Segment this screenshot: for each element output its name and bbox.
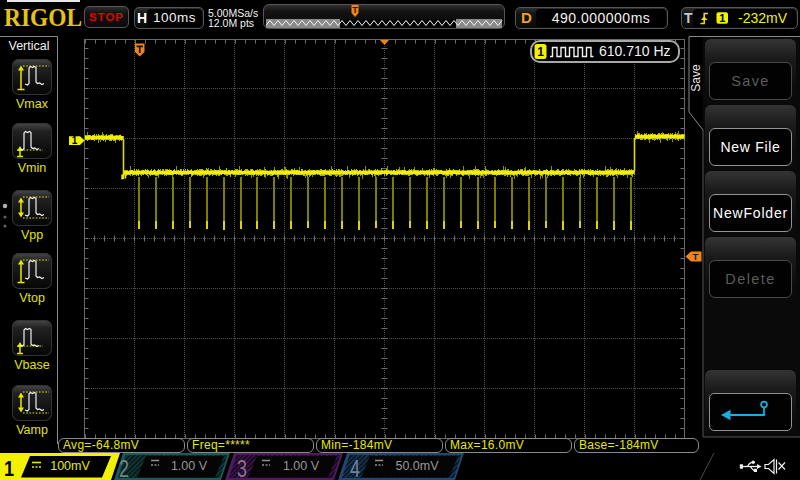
svg-text:1: 1 [537,45,544,59]
svg-text:1: 1 [72,135,78,146]
svg-text:610.710 Hz: 610.710 Hz [599,43,671,59]
